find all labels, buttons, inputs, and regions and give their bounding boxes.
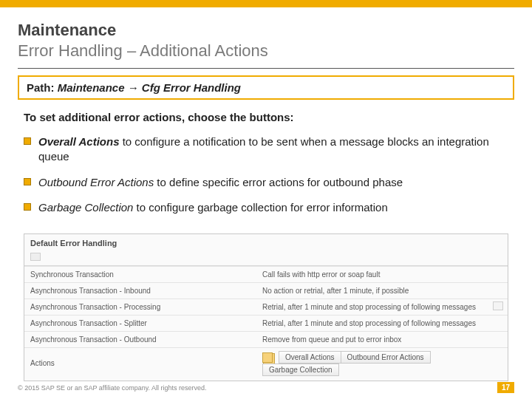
bullet-text: Garbage Collection to configure garbage … [38, 200, 388, 215]
paper-stack-icon [262, 352, 273, 363]
path-box: Path: Maintenance → Cfg Error Handling [18, 75, 514, 100]
row-name: Asynchronous Transaction - Inbound [24, 282, 256, 299]
path-label: Path: [27, 81, 58, 94]
title-divider [18, 68, 514, 69]
bullet-list: Overall Actions to configure a notificat… [24, 134, 511, 225]
actions-row: Actions Overall ActionsOutbound Error Ac… [24, 347, 508, 381]
title-main: Maintenance [18, 21, 514, 40]
page-number: 17 [497, 382, 514, 393]
actions-cell: Overall ActionsOutbound Error ActionsGar… [256, 347, 508, 381]
row-action: Retrial, after 1 minute and stop process… [256, 299, 508, 315]
row-action: No action or retrial, after 1 minute, if… [256, 282, 508, 299]
error-handling-table: Synchronous Transaction Call fails with … [24, 266, 508, 381]
intro-text: To set additional error actions, choose … [24, 111, 514, 123]
table-row: Asynchronous Transaction - Inbound No ac… [24, 282, 508, 299]
title-sub: Error Handling – Additional Actions [18, 41, 514, 61]
panel-title: Default Error Handling [24, 234, 508, 250]
bullet-icon [24, 178, 31, 185]
embedded-screenshot: Default Error Handling Synchronous Trans… [24, 233, 508, 381]
outbound-error-actions-button[interactable]: Outbound Error Actions [341, 351, 431, 364]
bullet-text: Outbound Error Actions to define specifi… [38, 175, 403, 190]
row-action: Retrial, after 1 minute and stop process… [256, 315, 508, 331]
bullet-item: Garbage Collection to configure garbage … [24, 200, 511, 215]
copyright: © 2015 SAP SE or an SAP affiliate compan… [18, 384, 207, 392]
bullet-item: Overall Actions to configure a notificat… [24, 134, 511, 165]
bullet-text: Overall Actions to configure a notificat… [38, 134, 511, 165]
row-action: Call fails with http error or soap fault [256, 266, 508, 282]
bullet-icon [24, 203, 31, 211]
row-name: Asynchronous Transaction - Splitter [24, 315, 256, 331]
toolbar-glyph [30, 253, 41, 261]
panel-toolbar [24, 250, 508, 266]
trailing-box-icon [493, 301, 503, 310]
actions-label: Actions [24, 347, 256, 381]
table-row: Asynchronous Transaction - Splitter Retr… [24, 315, 508, 331]
table-row: Synchronous Transaction Call fails with … [24, 266, 508, 282]
row-name: Asynchronous Transaction - Processing [24, 299, 256, 315]
bullet-item: Outbound Error Actions to define specifi… [24, 175, 511, 190]
row-name: Asynchronous Transaction - Outbound [24, 331, 256, 347]
slide-title-block: Maintenance Error Handling – Additional … [18, 21, 514, 61]
overall-actions-button[interactable]: Overall Actions [279, 351, 341, 364]
table-row: Asynchronous Transaction - Outbound Remo… [24, 331, 508, 347]
footer: © 2015 SAP SE or an SAP affiliate compan… [18, 382, 514, 393]
row-name: Synchronous Transaction [24, 266, 256, 282]
garbage-collection-button[interactable]: Garbage Collection [262, 364, 339, 376]
path-value: Maintenance → Cfg Error Handling [58, 81, 241, 94]
bullet-icon [24, 137, 31, 145]
row-action: Remove from queue and put to error inbox [256, 331, 508, 347]
accent-bar [0, 0, 532, 7]
table-row: Asynchronous Transaction - Processing Re… [24, 299, 508, 315]
